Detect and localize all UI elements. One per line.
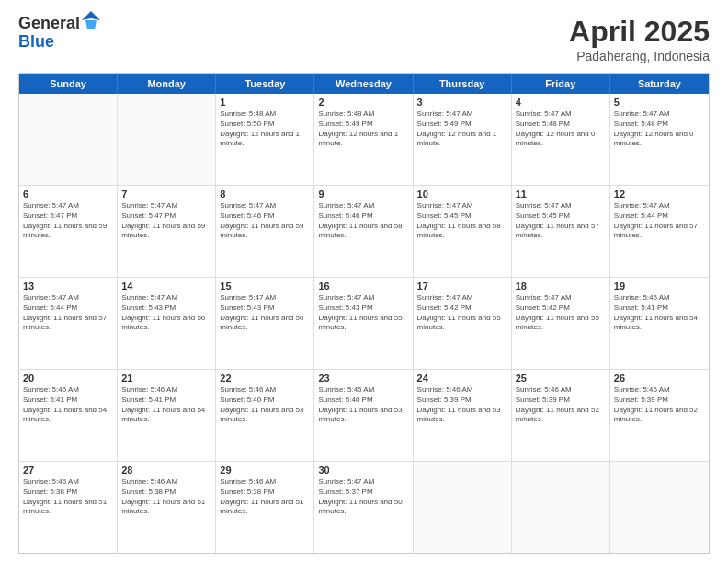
day-number: 12: [614, 189, 705, 200]
day-number: 9: [318, 189, 408, 200]
calendar-cell: [414, 462, 512, 553]
cell-info: Sunrise: 5:47 AMSunset: 5:46 PMDaylight:…: [220, 201, 310, 241]
day-number: 19: [614, 281, 705, 292]
day-number: 4: [516, 97, 606, 108]
calendar-cell: [512, 462, 610, 553]
day-number: 7: [121, 189, 211, 200]
cell-info: Sunrise: 5:47 AMSunset: 5:48 PMDaylight:…: [516, 109, 606, 149]
cell-info: Sunrise: 5:46 AMSunset: 5:40 PMDaylight:…: [220, 385, 310, 425]
calendar-cell: 29Sunrise: 5:46 AMSunset: 5:38 PMDayligh…: [216, 462, 314, 553]
calendar-cell: 23Sunrise: 5:46 AMSunset: 5:40 PMDayligh…: [314, 370, 413, 461]
title-location: Padaherang, Indonesia: [569, 49, 710, 63]
day-number: 29: [220, 465, 310, 476]
calendar: SundayMondayTuesdayWednesdayThursdayFrid…: [18, 73, 710, 554]
day-number: 16: [318, 281, 408, 292]
calendar-cell: 18Sunrise: 5:47 AMSunset: 5:42 PMDayligh…: [512, 278, 610, 369]
day-number: 22: [220, 373, 310, 384]
day-number: 21: [121, 373, 211, 384]
calendar-header: SundayMondayTuesdayWednesdayThursdayFrid…: [19, 74, 709, 94]
calendar-cell: 10Sunrise: 5:47 AMSunset: 5:45 PMDayligh…: [414, 186, 512, 277]
day-number: 8: [220, 189, 310, 200]
calendar-cell: 20Sunrise: 5:46 AMSunset: 5:41 PMDayligh…: [19, 370, 118, 461]
cell-info: Sunrise: 5:47 AMSunset: 5:45 PMDaylight:…: [516, 201, 606, 241]
day-number: 14: [121, 281, 211, 292]
day-number: 24: [417, 373, 507, 384]
calendar-cell: 14Sunrise: 5:47 AMSunset: 5:43 PMDayligh…: [118, 278, 216, 369]
calendar-header-cell: Friday: [512, 74, 610, 94]
calendar-cell: 2Sunrise: 5:48 AMSunset: 5:49 PMDaylight…: [314, 94, 413, 185]
calendar-header-cell: Thursday: [414, 74, 512, 94]
day-number: 2: [318, 97, 408, 108]
logo-blue-text: Blue: [18, 33, 80, 52]
day-number: 10: [417, 189, 507, 200]
cell-info: Sunrise: 5:46 AMSunset: 5:41 PMDaylight:…: [614, 293, 705, 333]
cell-info: Sunrise: 5:47 AMSunset: 5:48 PMDaylight:…: [614, 109, 705, 149]
calendar-cell: 26Sunrise: 5:46 AMSunset: 5:39 PMDayligh…: [610, 370, 709, 461]
cell-info: Sunrise: 5:47 AMSunset: 5:47 PMDaylight:…: [121, 201, 211, 241]
day-number: 1: [220, 97, 310, 108]
calendar-cell: 30Sunrise: 5:47 AMSunset: 5:37 PMDayligh…: [314, 462, 413, 553]
calendar-header-cell: Monday: [118, 74, 216, 94]
calendar-cell: 3Sunrise: 5:47 AMSunset: 5:49 PMDaylight…: [414, 94, 512, 185]
calendar-cell: 27Sunrise: 5:46 AMSunset: 5:38 PMDayligh…: [19, 462, 118, 553]
calendar-cell: 28Sunrise: 5:46 AMSunset: 5:38 PMDayligh…: [118, 462, 216, 553]
cell-info: Sunrise: 5:46 AMSunset: 5:41 PMDaylight:…: [23, 385, 113, 425]
day-number: 27: [23, 465, 113, 476]
day-number: 15: [220, 281, 310, 292]
calendar-header-cell: Sunday: [19, 74, 118, 94]
page: General Blue April 2025 Padaherang, Indo…: [0, 0, 728, 563]
cell-info: Sunrise: 5:46 AMSunset: 5:38 PMDaylight:…: [121, 477, 211, 517]
logo-icon: [82, 11, 100, 29]
calendar-cell: 25Sunrise: 5:46 AMSunset: 5:39 PMDayligh…: [512, 370, 610, 461]
calendar-cell: [610, 462, 709, 553]
cell-info: Sunrise: 5:46 AMSunset: 5:40 PMDaylight:…: [318, 385, 408, 425]
calendar-cell: 17Sunrise: 5:47 AMSunset: 5:42 PMDayligh…: [414, 278, 512, 369]
cell-info: Sunrise: 5:47 AMSunset: 5:46 PMDaylight:…: [318, 201, 408, 241]
calendar-row: 27Sunrise: 5:46 AMSunset: 5:38 PMDayligh…: [19, 462, 709, 553]
cell-info: Sunrise: 5:47 AMSunset: 5:37 PMDaylight:…: [318, 477, 408, 517]
cell-info: Sunrise: 5:46 AMSunset: 5:38 PMDaylight:…: [220, 477, 310, 517]
logo: General Blue: [18, 15, 100, 52]
cell-info: Sunrise: 5:47 AMSunset: 5:49 PMDaylight:…: [417, 109, 507, 149]
header: General Blue April 2025 Padaherang, Indo…: [18, 15, 710, 63]
cell-info: Sunrise: 5:46 AMSunset: 5:39 PMDaylight:…: [516, 385, 606, 425]
day-number: 17: [417, 281, 507, 292]
day-number: 23: [318, 373, 408, 384]
day-number: 5: [614, 97, 705, 108]
day-number: 28: [121, 465, 211, 476]
cell-info: Sunrise: 5:47 AMSunset: 5:47 PMDaylight:…: [23, 201, 113, 241]
calendar-cell: [19, 94, 118, 185]
cell-info: Sunrise: 5:47 AMSunset: 5:42 PMDaylight:…: [417, 293, 507, 333]
calendar-cell: [118, 94, 216, 185]
calendar-cell: 4Sunrise: 5:47 AMSunset: 5:48 PMDaylight…: [512, 94, 610, 185]
day-number: 26: [614, 373, 705, 384]
cell-info: Sunrise: 5:47 AMSunset: 5:44 PMDaylight:…: [614, 201, 705, 241]
day-number: 20: [23, 373, 113, 384]
day-number: 25: [516, 373, 606, 384]
svg-marker-1: [85, 20, 97, 29]
calendar-header-cell: Saturday: [610, 74, 709, 94]
calendar-cell: 11Sunrise: 5:47 AMSunset: 5:45 PMDayligh…: [512, 186, 610, 277]
calendar-row: 20Sunrise: 5:46 AMSunset: 5:41 PMDayligh…: [19, 370, 709, 462]
cell-info: Sunrise: 5:47 AMSunset: 5:43 PMDaylight:…: [121, 293, 211, 333]
cell-info: Sunrise: 5:47 AMSunset: 5:43 PMDaylight:…: [318, 293, 408, 333]
calendar-cell: 9Sunrise: 5:47 AMSunset: 5:46 PMDaylight…: [314, 186, 413, 277]
calendar-cell: 5Sunrise: 5:47 AMSunset: 5:48 PMDaylight…: [610, 94, 709, 185]
day-number: 13: [23, 281, 113, 292]
cell-info: Sunrise: 5:47 AMSunset: 5:44 PMDaylight:…: [23, 293, 113, 333]
cell-info: Sunrise: 5:47 AMSunset: 5:45 PMDaylight:…: [417, 201, 507, 241]
calendar-cell: 12Sunrise: 5:47 AMSunset: 5:44 PMDayligh…: [610, 186, 709, 277]
day-number: 6: [23, 189, 113, 200]
calendar-row: 1Sunrise: 5:48 AMSunset: 5:50 PMDaylight…: [19, 94, 709, 186]
day-number: 30: [318, 465, 408, 476]
day-number: 11: [516, 189, 606, 200]
cell-info: Sunrise: 5:46 AMSunset: 5:41 PMDaylight:…: [121, 385, 211, 425]
cell-info: Sunrise: 5:47 AMSunset: 5:43 PMDaylight:…: [220, 293, 310, 333]
calendar-cell: 7Sunrise: 5:47 AMSunset: 5:47 PMDaylight…: [118, 186, 216, 277]
calendar-cell: 16Sunrise: 5:47 AMSunset: 5:43 PMDayligh…: [314, 278, 413, 369]
calendar-cell: 13Sunrise: 5:47 AMSunset: 5:44 PMDayligh…: [19, 278, 118, 369]
calendar-cell: 24Sunrise: 5:46 AMSunset: 5:39 PMDayligh…: [414, 370, 512, 461]
calendar-body: 1Sunrise: 5:48 AMSunset: 5:50 PMDaylight…: [19, 94, 709, 553]
day-number: 18: [516, 281, 606, 292]
logo-general-text: General: [18, 15, 80, 33]
